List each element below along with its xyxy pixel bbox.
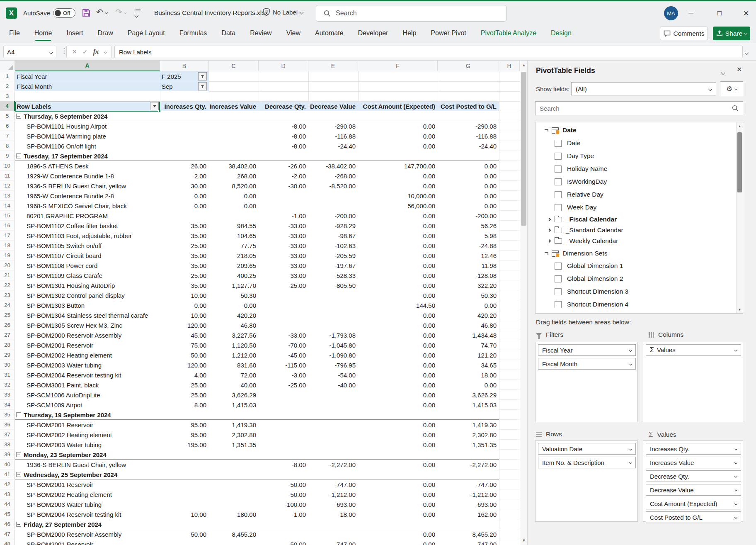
row-header-24[interactable]: 24 xyxy=(0,300,15,310)
value-cell[interactable]: 10,000.00 xyxy=(358,191,438,201)
row-header-14[interactable]: 14 xyxy=(0,201,15,211)
value-cell[interactable]: 0.00 xyxy=(358,370,438,380)
value-cell[interactable]: -200.00 xyxy=(438,211,499,221)
row-header-31[interactable]: 31 xyxy=(0,370,15,380)
row-header-42[interactable]: 42 xyxy=(0,479,15,489)
area-box-filters[interactable]: Fiscal YearFiscal Month xyxy=(535,342,638,422)
field-item-global-dimension-2[interactable]: Global Dimension 2 xyxy=(536,273,734,284)
value-cell[interactable]: -24.40 xyxy=(438,141,499,151)
value-cell[interactable]: 3,626.29 xyxy=(438,390,499,400)
value-cell[interactable]: 0.00 xyxy=(358,121,438,131)
row-header-13[interactable]: 13 xyxy=(0,191,15,201)
row-header-29[interactable]: 29 xyxy=(0,350,15,360)
cancel-button[interactable]: ✕ xyxy=(72,48,77,56)
field-checkbox[interactable] xyxy=(555,204,562,211)
tab-file[interactable]: File xyxy=(9,24,20,43)
value-cell[interactable]: 0.00 xyxy=(209,201,259,211)
item-label[interactable]: SP-BOM1109 Glass Carafe xyxy=(27,270,158,280)
field-checkbox[interactable] xyxy=(555,288,562,295)
value-cell[interactable]: 34.65 xyxy=(438,360,499,370)
value-cell[interactable]: -1,793.08 xyxy=(308,330,358,340)
value-cell[interactable]: -116.88 xyxy=(438,131,499,141)
value-cell[interactable]: -747.00 xyxy=(438,479,499,489)
item-label[interactable]: SP-BOM2003 Water tubing xyxy=(27,440,158,450)
search-input[interactable]: Search xyxy=(316,5,506,22)
collapse-button[interactable] xyxy=(16,153,21,158)
value-cell[interactable]: 25.00 xyxy=(160,380,209,390)
row-header-19[interactable]: 19 xyxy=(0,251,15,260)
item-label[interactable]: SP-BOM2001 Reservoir xyxy=(27,340,158,350)
value-cell[interactable]: 95.00 xyxy=(160,420,209,430)
value-cell[interactable]: 25.00 xyxy=(160,241,209,251)
value-cell[interactable]: 26.00 xyxy=(160,161,209,171)
item-label[interactable]: SP-BOM1102 Coffee filter basket xyxy=(27,221,158,231)
item-label[interactable]: SP-BOM1107 Circuit board xyxy=(27,251,158,260)
value-cell[interactable]: 0.00 xyxy=(358,400,438,410)
value-cell[interactable]: 0.00 xyxy=(358,460,438,470)
column-header-cell[interactable]: Decrease Qty. xyxy=(259,101,308,111)
value-cell[interactable]: 218.05 xyxy=(209,251,259,260)
value-cell[interactable]: 50.00 xyxy=(160,529,209,539)
value-cell[interactable]: -115.00 xyxy=(259,360,308,370)
item-label[interactable]: SP-BOM2004 Reservoir testing kit xyxy=(27,509,158,519)
item-label[interactable]: 1929-W Conference Bundle 1-8 xyxy=(27,171,158,181)
value-cell[interactable]: -24.40 xyxy=(308,141,358,151)
column-header-cell[interactable]: Cost Amount (Expected) xyxy=(358,101,438,111)
insert-function-button[interactable]: fx xyxy=(93,48,99,56)
row-header-11[interactable]: 11 xyxy=(0,171,15,181)
folder-item--fiscal-calendar[interactable]: _Fiscal Calendar xyxy=(536,214,734,225)
item-label[interactable]: SP-BOM2003 Water tubing xyxy=(27,499,158,509)
value-cell[interactable]: -33.00 xyxy=(259,260,308,270)
item-label[interactable]: SP-BOM1103 Foot, adjustable, rubber xyxy=(27,231,158,241)
value-cell[interactable]: 5.98 xyxy=(438,231,499,241)
value-cell[interactable]: 144.50 xyxy=(358,300,438,310)
save-button[interactable] xyxy=(81,8,92,19)
column-header-a[interactable]: A xyxy=(15,61,160,71)
group-row-label[interactable]: Thursday, 5 September 2024 xyxy=(24,111,156,121)
value-cell[interactable]: 0.00 xyxy=(209,191,259,201)
group-row-label[interactable]: Wednesday, 25 September 2024 xyxy=(24,470,156,479)
field-item-shortcut-dimension-4[interactable]: Shortcut Dimension 4 xyxy=(536,299,734,310)
field-checkbox[interactable] xyxy=(555,165,562,173)
field-checkbox[interactable] xyxy=(555,263,562,270)
value-cell[interactable]: -25.00 xyxy=(259,280,308,290)
name-box[interactable]: A4 xyxy=(3,46,56,58)
value-cell[interactable]: 38,402.00 xyxy=(209,161,259,171)
field-item-holiday-name[interactable]: Holiday Name xyxy=(536,163,734,174)
value-cell[interactable]: -33.00 xyxy=(259,241,308,251)
value-cell[interactable]: -98.67 xyxy=(308,231,358,241)
value-cell[interactable]: -30.00 xyxy=(259,181,308,191)
value-cell[interactable]: -1,212.00 xyxy=(308,489,358,499)
value-cell[interactable]: -290.08 xyxy=(308,121,358,131)
value-cell[interactable]: 50.00 xyxy=(160,350,209,360)
value-cell[interactable]: 1,120.50 xyxy=(209,340,259,350)
value-cell[interactable]: -33.00 xyxy=(259,270,308,280)
value-cell[interactable]: 0.00 xyxy=(358,221,438,231)
tab-formulas[interactable]: Formulas xyxy=(179,24,207,43)
item-label[interactable]: SP-BOM1304 Stainless steel thermal caraf… xyxy=(27,310,158,320)
value-cell[interactable]: 1,127.70 xyxy=(209,280,259,290)
value-cell[interactable]: 0.00 xyxy=(358,489,438,499)
value-cell[interactable]: -3.00 xyxy=(259,370,308,380)
comments-button[interactable]: Comments xyxy=(660,27,708,40)
value-cell[interactable]: 747.00 xyxy=(438,539,499,545)
field-pill-increases-qty-[interactable]: Increases Qty. xyxy=(646,443,741,455)
item-label[interactable]: SP-BOM1302 Control panel display xyxy=(27,290,158,300)
field-pill-cost-posted-to-g-l[interactable]: Cost Posted to G/L xyxy=(646,511,741,523)
value-cell[interactable]: 0.00 xyxy=(438,191,499,201)
item-label[interactable]: 1965-W Conference Bundle 2-8 xyxy=(27,191,158,201)
value-cell[interactable]: -50.00 xyxy=(259,489,308,499)
customize-toolbar-button[interactable] xyxy=(135,10,141,19)
value-cell[interactable]: -8.00 xyxy=(259,460,308,470)
value-cell[interactable]: 147,700.00 xyxy=(358,161,438,171)
row-header-4[interactable]: 4 xyxy=(0,101,15,111)
item-label[interactable]: SP-SCM1006 AutoDripLite xyxy=(27,390,158,400)
row-header-8[interactable]: 8 xyxy=(0,141,15,151)
value-cell[interactable]: 0.00 xyxy=(438,300,499,310)
group-row-label[interactable]: Friday, 27 September 2024 xyxy=(24,519,156,529)
collapse-button[interactable] xyxy=(16,114,21,119)
item-label[interactable]: SP-BOM2000 Reservoir Assembly xyxy=(27,529,158,539)
value-cell[interactable]: -24.88 xyxy=(438,241,499,251)
field-pill-values[interactable]: ΣValues xyxy=(646,344,741,356)
row-header-17[interactable]: 17 xyxy=(0,231,15,241)
